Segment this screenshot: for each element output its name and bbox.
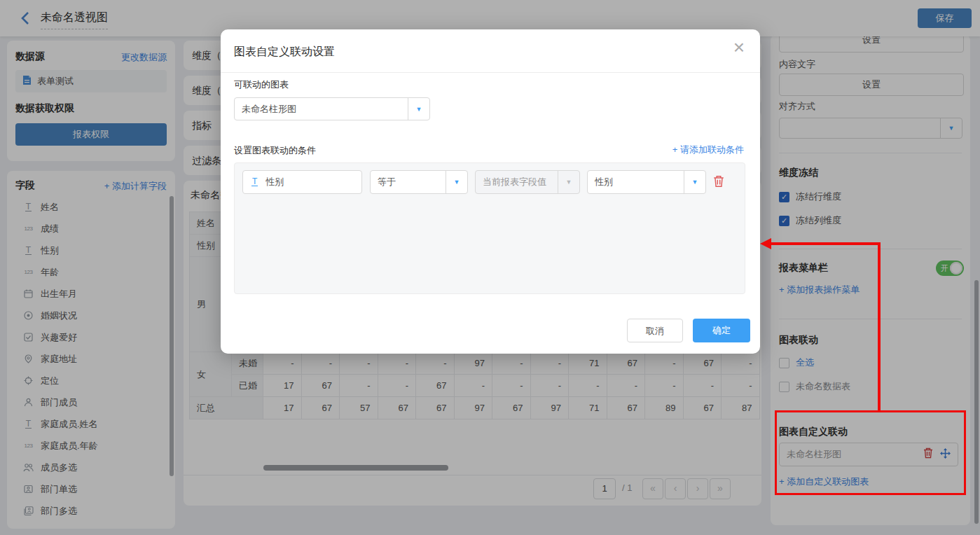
chevron-down-icon: ▼ [558,171,579,193]
annotation-arrowhead [760,238,771,249]
operator-select[interactable]: 等于 ▼ [370,170,468,194]
condition-field-input[interactable]: T 性别 [242,170,362,194]
annotation-line-vertical [878,243,881,410]
value-type-select: 当前报表字段值 ▼ [475,170,580,194]
chevron-down-icon: ▼ [408,98,429,120]
linkable-chart-value: 未命名柱形图 [235,103,296,116]
modal-title: 图表自定义联动设置 [234,45,335,60]
confirm-button[interactable]: 确定 [693,319,750,342]
condition-field-value: 性别 [265,176,284,188]
operator-value: 等于 [371,176,396,188]
linkable-chart-select[interactable]: 未命名柱形图 ▼ [234,97,430,120]
value-type-value: 当前报表字段值 [476,176,546,188]
close-icon[interactable]: × [733,38,745,57]
annotation-rectangle [775,410,966,495]
linkable-chart-label: 可联动的图表 [234,78,289,91]
text-field-icon: T [251,178,258,186]
delete-condition-icon[interactable] [713,175,724,190]
add-condition-link[interactable]: + 请添加联动条件 [672,144,744,156]
chevron-down-icon: ▼ [446,171,467,193]
modal-header: 图表自定义联动设置 × [221,29,760,73]
condition-value-select[interactable]: 性别 ▼ [587,170,706,194]
cancel-button[interactable]: 取消 [627,319,683,342]
annotation-line-horizontal [770,242,881,245]
condition-panel: T 性别 等于 ▼ 当前报表字段值 ▼ 性别 ▼ [234,162,745,294]
chart-linkage-modal: 图表自定义联动设置 × 可联动的图表 未命名柱形图 ▼ 设置图表联动的条件 + … [221,29,760,354]
condition-value: 性别 [588,176,613,188]
condition-section-label: 设置图表联动的条件 [234,144,316,157]
chevron-down-icon: ▼ [684,171,705,193]
